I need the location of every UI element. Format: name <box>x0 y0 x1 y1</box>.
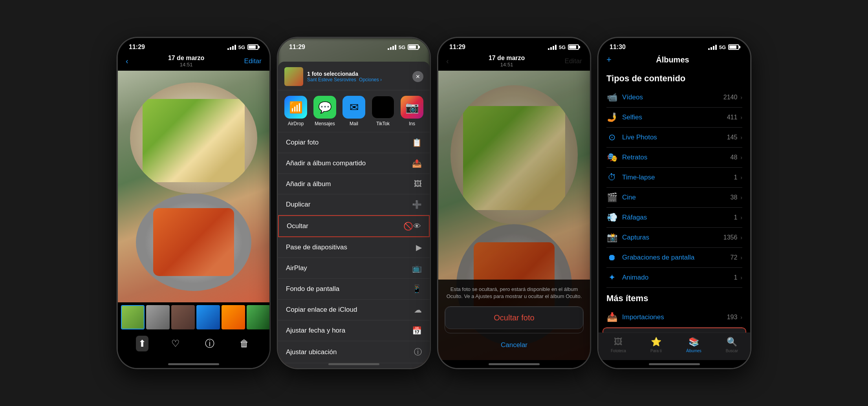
cine-name: Cine <box>622 194 636 201</box>
tab-para-ti[interactable]: ⭐ Para ti <box>650 337 662 353</box>
phone-4: 11:30 5G + Álbumes Tipos d <box>598 37 751 369</box>
cancel-button-3[interactable]: Cancelar <box>445 337 584 354</box>
tab-albums[interactable]: 📚 Álbumes <box>686 337 701 353</box>
status-time-4: 11:30 <box>610 44 626 51</box>
album-screen-recordings[interactable]: ⏺ Grabaciones de pantalla 72 › <box>606 248 742 268</box>
edit-button-3[interactable]: Editar <box>565 57 582 65</box>
menu-airplay[interactable]: AirPlay 📺 <box>278 258 430 279</box>
messages-icon: 💬 <box>313 96 336 119</box>
back-button-3[interactable]: ‹ <box>446 57 449 66</box>
ins-icon: 📷 <box>401 96 423 119</box>
fototeca-icon: 🖼 <box>614 337 623 347</box>
thumb-6[interactable] <box>247 305 269 329</box>
menu-slideshow[interactable]: Pase de diapositivas ▶ <box>278 237 430 258</box>
confirmation-overlay: Esta foto se ocultará, pero estará dispo… <box>438 280 590 360</box>
live-photos-chevron: › <box>740 134 742 141</box>
adjust-date-icon: 📅 <box>412 326 422 335</box>
tab-fototeca[interactable]: 🖼 Fototeca <box>611 337 626 353</box>
tab-buscar[interactable]: 🔍 Buscar <box>726 337 738 353</box>
share-close-button[interactable]: ✕ <box>412 71 423 82</box>
album-portraits[interactable]: 🎭 Retratos 48 › <box>606 148 742 168</box>
menu-wallpaper[interactable]: Fondo de pantalla 📱 <box>278 279 430 300</box>
slideshow-label: Pase de diapositivas <box>286 243 347 251</box>
app-tiktok[interactable]: ♪ TikTok <box>372 96 394 126</box>
menu-icloud-link[interactable]: Copiar enlace de iCloud ☁ <box>278 300 430 320</box>
album-cine[interactable]: 🎬 Cine 38 › <box>606 188 742 208</box>
photo-viewer-header-3: ‹ 17 de marzo 14:51 Editar <box>438 53 590 71</box>
plate-bottom <box>136 194 251 291</box>
share-options-link[interactable]: Opciones › <box>359 77 382 82</box>
menu-add-album[interactable]: Añadir a álbum 🖼 <box>278 174 430 194</box>
share-photo-count: 1 foto seleccionada <box>307 71 412 77</box>
taco-food-3 <box>463 106 565 210</box>
share-button[interactable]: ⬆ <box>136 336 148 351</box>
cine-chevron: › <box>740 194 742 201</box>
home-bar-3 <box>489 363 540 365</box>
adjust-date-label: Ajustar fecha y hora <box>286 327 345 335</box>
screen-recordings-count: 72 <box>731 254 738 261</box>
album-imports[interactable]: 📥 Importaciones 193 › <box>606 307 742 327</box>
back-button-1[interactable]: ‹ <box>126 57 128 66</box>
ocultar-label: Ocultar <box>287 222 308 230</box>
album-capturas[interactable]: 📸 Capturas 1356 › <box>606 228 742 248</box>
mail-icon: ✉ <box>342 96 365 119</box>
status-time-2: 11:29 <box>289 44 305 51</box>
animated-icon: ✦ <box>606 272 617 283</box>
album-timelapse[interactable]: ⏱ Time-lapse 1 › <box>606 168 742 188</box>
album-animated[interactable]: ✦ Animado 1 › <box>606 268 742 288</box>
wallpaper-label: Fondo de pantalla <box>286 285 339 293</box>
airplay-icon: 📺 <box>412 263 422 273</box>
airplay-label: AirPlay <box>286 264 307 272</box>
icloud-link-icon: ☁ <box>414 305 422 315</box>
add-album-button[interactable]: + <box>606 55 612 65</box>
ocultar-icon: 🚫👁 <box>403 221 421 231</box>
share-location: Sant Esteve Sesrovires Opciones › <box>307 77 412 82</box>
share-sheet: 1 foto seleccionada Sant Esteve Sesrovir… <box>278 62 430 368</box>
capturas-count: 1356 <box>723 234 738 241</box>
para-ti-label: Para ti <box>650 349 662 353</box>
timelapse-icon: ⏱ <box>606 172 617 183</box>
live-photos-count: 145 <box>727 134 738 141</box>
phones-container: 11:29 5G ‹ 17 de marzo 14:51 <box>109 29 759 377</box>
hide-photo-button[interactable]: Ocultar foto <box>445 307 583 329</box>
videos-icon: 📹 <box>606 92 617 102</box>
battery-icon-3 <box>568 44 579 50</box>
menu-copy-photo[interactable]: Copiar foto 📋 <box>278 132 430 153</box>
app-airdrop[interactable]: 📶 AirDrop <box>284 96 307 126</box>
signal-bars-2 <box>388 45 396 50</box>
edit-button-1[interactable]: Editar <box>244 57 262 65</box>
menu-duplicate[interactable]: Duplicar ➕ <box>278 194 430 215</box>
album-selfies[interactable]: 🤳 Selfies 411 › <box>606 108 742 128</box>
imports-name: Importaciones <box>622 313 664 321</box>
home-bar-2 <box>328 363 379 365</box>
selfies-icon: 🤳 <box>606 112 617 123</box>
thumb-2[interactable] <box>146 305 170 329</box>
album-hidden[interactable]: 👁 Oculto 198 › <box>602 327 746 333</box>
album-live-photos[interactable]: ⊙ Live Photos 145 › <box>606 128 742 148</box>
menu-add-shared-album[interactable]: Añadir a álbum compartido 📤 <box>278 153 430 174</box>
adjust-location-icon: ⓘ <box>414 347 422 357</box>
app-mail[interactable]: ✉ Mail <box>342 96 365 126</box>
favorite-button[interactable]: ♡ <box>169 336 182 351</box>
slideshow-icon: ▶ <box>416 243 422 252</box>
menu-adjust-date[interactable]: Ajustar fecha y hora 📅 <box>278 320 430 341</box>
signal-bars-4 <box>708 45 717 50</box>
app-messages[interactable]: 💬 Mensajes <box>313 96 336 126</box>
thumb-5[interactable] <box>222 305 245 329</box>
signal-bar-3 <box>232 46 234 50</box>
album-rafagas[interactable]: 💨 Ráfagas 1 › <box>606 208 742 228</box>
thumb-img-5 <box>222 305 245 329</box>
status-time-3: 11:29 <box>449 44 465 51</box>
info-button[interactable]: ⓘ <box>203 335 217 352</box>
delete-button[interactable]: 🗑 <box>237 336 251 351</box>
menu-ocultar[interactable]: Ocultar 🚫👁 <box>278 215 430 237</box>
battery-icon-4 <box>728 44 739 50</box>
screen-recordings-chevron: › <box>740 254 742 261</box>
thumb-1[interactable] <box>121 305 145 329</box>
thumb-3[interactable] <box>171 305 195 329</box>
app-ins[interactable]: 📷 Ins <box>401 96 423 126</box>
videos-chevron: › <box>740 94 742 101</box>
album-videos[interactable]: 📹 Vídeos 2140 › <box>606 88 742 108</box>
thumb-4[interactable] <box>196 305 220 329</box>
albums-header: + Álbumes <box>599 53 750 68</box>
